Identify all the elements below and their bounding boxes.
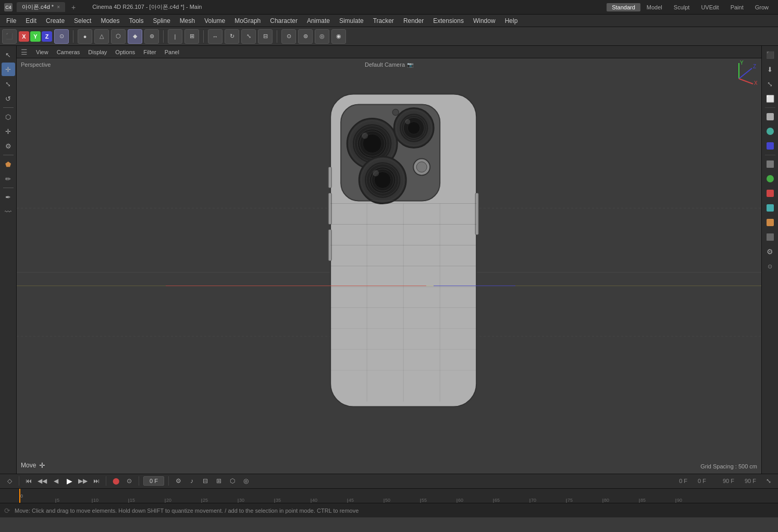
tl-key-icon: ◇ (4, 476, 15, 486)
toolbar-snap1[interactable]: | (168, 29, 182, 44)
toolbar-obj-btn[interactable]: ◆ (128, 29, 142, 44)
viewport-menu-display[interactable]: Display (88, 49, 107, 55)
toolbar-lock-btn[interactable]: ⊙ (54, 29, 69, 44)
workspace-tab-grow[interactable]: Grow (750, 3, 774, 11)
viewport-menu-panel[interactable]: Panel (165, 49, 179, 55)
toolbar-rot[interactable]: ↻ (225, 29, 239, 44)
menu-select[interactable]: Select (70, 16, 95, 26)
right-icon-attr[interactable] (763, 187, 777, 200)
toolbar-render2[interactable]: ⊚ (298, 29, 313, 44)
right-icon-mat[interactable] (763, 172, 777, 185)
toolbar-4view[interactable]: ⊟ (258, 29, 273, 44)
viewport-menu-cameras[interactable]: Cameras (57, 49, 80, 55)
right-icon-2[interactable]: ⬇ (763, 63, 777, 76)
toolbar-move-btn[interactable]: ⬛ (2, 29, 17, 44)
toolbar-render3[interactable]: ◎ (315, 29, 329, 44)
menu-volume[interactable]: Volume (200, 16, 229, 26)
tl-sound-btn[interactable]: ♪ (187, 476, 197, 486)
tool-polygon[interactable]: ⬡ (2, 110, 15, 123)
menu-mesh[interactable]: Mesh (176, 16, 199, 26)
viewport-menu-view[interactable]: View (36, 49, 48, 55)
tl-play-btn[interactable]: ▶ (64, 476, 75, 486)
menu-help[interactable]: Help (501, 16, 522, 26)
tl-expand-btn[interactable]: ⤡ (763, 476, 774, 486)
toolbar-scale[interactable]: ⤡ (241, 29, 256, 44)
tl-auto-key[interactable]: ⊙ (124, 476, 134, 486)
workspace-tab-standard[interactable]: Standard (607, 3, 640, 11)
menu-character[interactable]: Character (266, 16, 302, 26)
menu-simulate[interactable]: Simulate (335, 16, 368, 26)
right-icon-pv[interactable] (763, 230, 777, 244)
y-axis-btn[interactable]: Y (30, 31, 41, 42)
menu-animate[interactable]: Animate (303, 16, 334, 26)
tl-extra3[interactable]: ⬡ (227, 476, 238, 486)
right-icon-7[interactable] (763, 139, 777, 153)
tl-extra1[interactable]: ⊟ (200, 476, 211, 486)
tl-record-btn[interactable]: ⬤ (110, 476, 121, 486)
tool-select[interactable]: ↖ (2, 48, 15, 61)
x-axis-btn[interactable]: X (19, 31, 29, 42)
toolbar-render1[interactable]: ⊙ (281, 29, 296, 44)
tl-fwd-btn[interactable]: ▶▶ (78, 476, 88, 486)
menu-create[interactable]: Create (42, 16, 69, 26)
menu-render[interactable]: Render (399, 16, 428, 26)
tl-back-btn[interactable]: ◀ (51, 476, 61, 486)
workspace-tab-uvedit[interactable]: UVEdit (696, 3, 724, 11)
toolbar-render4[interactable]: ◉ (331, 29, 346, 44)
menu-spline[interactable]: Spline (149, 16, 174, 26)
toolbar-edge-btn[interactable]: △ (94, 29, 109, 44)
menu-file[interactable]: File (2, 16, 20, 26)
toolbar-poly-btn[interactable]: ⬡ (111, 29, 126, 44)
active-tab[interactable]: 아이폰.c4d * × (17, 2, 65, 12)
tool-spline[interactable]: 〰 (2, 205, 15, 218)
viewport[interactable]: ☰ View Cameras Display Options Filter Pa… (17, 46, 761, 474)
close-tab-button[interactable]: × (57, 4, 60, 10)
right-icon-gear[interactable]: ⚙ (763, 245, 777, 258)
tl-sep3 (139, 476, 139, 486)
current-frame-input[interactable] (143, 476, 164, 486)
tl-prev-btn[interactable]: ◀◀ (37, 476, 47, 486)
right-icon-tl[interactable] (763, 201, 777, 215)
menu-modes[interactable]: Modes (96, 16, 124, 26)
tool-scale[interactable]: ⤡ (2, 77, 15, 91)
right-icon-4[interactable]: ⬜ (763, 92, 777, 105)
workspace-tab-sculpt[interactable]: Sculpt (669, 3, 695, 11)
right-icon-extra[interactable]: ⊙ (763, 259, 777, 273)
tool-rotate[interactable]: ↺ (2, 92, 15, 105)
tool-move[interactable]: ✛ (2, 63, 15, 76)
right-icon-6[interactable] (763, 125, 777, 138)
toolbar-uv-btn[interactable]: ⊚ (144, 29, 159, 44)
workspace-tab-paint[interactable]: Paint (725, 3, 749, 11)
tl-first-btn[interactable]: ⏮ (23, 476, 34, 486)
xyz-controls: X Y Z (19, 31, 52, 42)
tool-brush[interactable]: ✏ (2, 172, 15, 185)
tl-settings-btn[interactable]: ⚙ (173, 476, 183, 486)
tl-extra4[interactable]: ◎ (241, 476, 251, 486)
viewport-menu-filter[interactable]: Filter (143, 49, 156, 55)
menu-edit[interactable]: Edit (21, 16, 41, 26)
tl-last-btn[interactable]: ⏭ (91, 476, 102, 486)
right-icon-1[interactable]: ⬛ (763, 48, 777, 61)
svg-line-4 (739, 79, 753, 84)
tool-cross[interactable]: ✛ (2, 125, 15, 138)
toolbar-move[interactable]: ↔ (208, 29, 223, 44)
menu-tracker[interactable]: Tracker (369, 16, 398, 26)
right-icon-5[interactable] (763, 110, 777, 123)
tool-pen[interactable]: ✒ (2, 190, 15, 204)
add-tab-button[interactable]: + (69, 3, 78, 11)
z-axis-btn[interactable]: Z (42, 31, 52, 42)
menu-mograph[interactable]: MoGraph (230, 16, 265, 26)
right-icon-3[interactable]: ⤡ (763, 77, 777, 91)
workspace-tab-model[interactable]: Model (641, 3, 668, 11)
right-icon-rq[interactable] (763, 216, 777, 229)
menu-window[interactable]: Window (469, 16, 500, 26)
tool-paint[interactable]: ⬟ (2, 157, 15, 171)
toolbar-snap2[interactable]: ⊞ (184, 29, 199, 44)
menu-extensions[interactable]: Extensions (429, 16, 468, 26)
right-icon-obj[interactable] (763, 157, 777, 171)
tl-extra2[interactable]: ⊞ (214, 476, 224, 486)
toolbar-point-btn[interactable]: ● (78, 29, 92, 44)
menu-tools[interactable]: Tools (125, 16, 147, 26)
viewport-menu-options[interactable]: Options (115, 49, 135, 55)
tool-settings[interactable]: ⚙ (2, 139, 15, 153)
